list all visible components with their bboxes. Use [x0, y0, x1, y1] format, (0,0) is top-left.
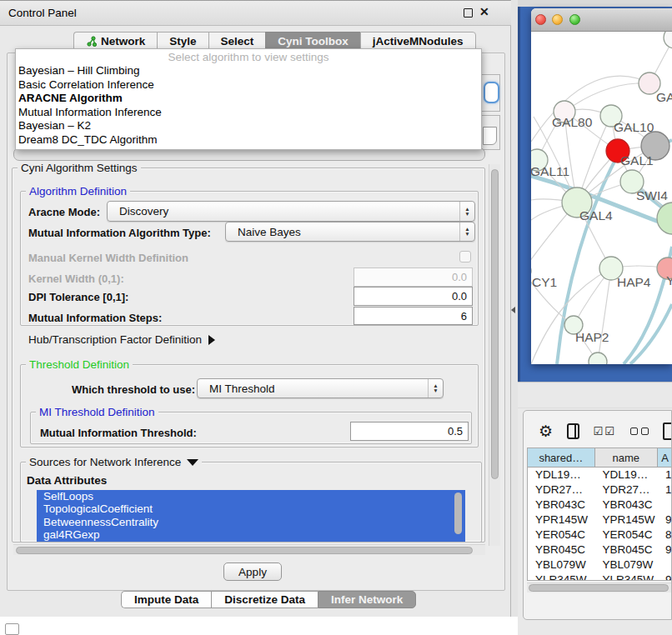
gear-icon[interactable]: ⚙	[539, 423, 553, 439]
node-attribute-table: shared…nameA YDL19…YDL19…13YDR27…YDR27…1…	[527, 448, 672, 581]
table-row[interactable]: YPR145WYPR145W9.	[528, 512, 672, 528]
unchecked-boxes-icon[interactable]	[630, 428, 649, 435]
aracne-mode-value: Discovery	[108, 205, 459, 218]
mi-algorithm-type-value: Naive Bayes	[226, 226, 459, 238]
column-header[interactable]: name	[595, 448, 659, 467]
network-node[interactable]	[589, 352, 607, 364]
hub-definition-toggle[interactable]: Hub/Transcription Factor Definition	[28, 333, 215, 346]
which-threshold-combo[interactable]: MI Threshold ▲▼	[197, 378, 444, 398]
table-cell: 9.	[658, 512, 672, 528]
vertical-scrollbar-thumb[interactable]	[491, 169, 499, 479]
algorithm-option[interactable]: Mutual Information Inference	[16, 106, 481, 120]
attribute-item[interactable]: BetweennessCentrality	[37, 516, 465, 528]
network-edge-thick[interactable]	[630, 304, 672, 364]
sources-group-title: Sources for Network Inference	[29, 456, 181, 468]
column-header[interactable]: A	[658, 448, 672, 467]
threshold-definition-title: Threshold Definition	[26, 358, 133, 371]
table-header-row: shared…nameA	[528, 448, 672, 468]
table-scrollbar-thumb[interactable]	[529, 584, 669, 592]
table-cell: YER054C	[528, 528, 595, 542]
table-cell: 8.	[658, 528, 672, 542]
window-minimize-icon[interactable]	[552, 14, 563, 25]
algorithm-option[interactable]: Bayesian – Hill Climbing	[16, 64, 481, 78]
tab-discretize-data[interactable]: Discretize Data	[211, 591, 318, 608]
expand-right-icon	[208, 335, 215, 345]
tab-impute-data[interactable]: Impute Data	[121, 591, 211, 608]
tab-network[interactable]: Network	[73, 32, 157, 50]
node-label: HAP4	[617, 275, 651, 289]
table-cell: YBR045C	[528, 542, 595, 558]
algorithm-option[interactable]: Basic Correlation Inference	[16, 78, 481, 92]
tab-cyni-toolbox[interactable]: Cyni Toolbox	[265, 32, 360, 50]
table-row[interactable]: YDR27…YDR27…12	[528, 482, 672, 498]
data-attributes-list[interactable]: SelfLoopsTopologicalCoefficientBetweenne…	[37, 490, 465, 542]
dpi-tolerance-field[interactable]: 0.0	[354, 287, 473, 306]
mi-algorithm-type-combo[interactable]: Naive Bayes ▲▼	[225, 222, 475, 242]
hidden-combo-fragment	[483, 127, 497, 145]
table-row[interactable]: YBL079WYBL079W	[528, 558, 672, 572]
control-panel-title: Control Panel	[8, 7, 77, 19]
algorithm-dropdown-popup: Select algorithm to view settings Bayesi…	[15, 48, 482, 150]
page-icon[interactable]	[663, 422, 672, 440]
table-cell: YBR045C	[595, 542, 659, 558]
node-label: GAL80	[552, 115, 593, 129]
panel-restore-icon[interactable]	[5, 623, 19, 635]
which-threshold-value: MI Threshold	[198, 382, 428, 395]
checked-boxes-icon[interactable]: ☑☑	[594, 425, 616, 438]
tab-style[interactable]: Style	[157, 32, 208, 50]
algorithm-popup-placeholder: Select algorithm to view settings	[16, 49, 481, 64]
window-zoom-icon[interactable]	[569, 14, 580, 25]
table-row[interactable]: YDL19…YDL19…13	[528, 468, 672, 482]
which-threshold-label: Which threshold to use:	[72, 383, 195, 396]
table-cell: YBR043C	[528, 498, 595, 512]
table-horizontal-scrollbar[interactable]	[527, 582, 672, 592]
kernel-width-field[interactable]: 0.0	[354, 268, 473, 287]
table-row[interactable]: YBR045CYBR045C9.	[528, 542, 672, 558]
mi-threshold-field[interactable]: 0.5	[350, 422, 469, 441]
attribute-item[interactable]: SelfLoops	[37, 490, 465, 502]
table-row[interactable]: YLR345WYLR345W9.	[528, 572, 672, 581]
table-cell: 9.	[658, 542, 672, 558]
hub-definition-label: Hub/Transcription Factor Definition	[28, 333, 202, 346]
float-window-icon[interactable]	[464, 8, 473, 18]
split-columns-icon[interactable]	[567, 423, 579, 439]
settings-horizontal-scrollbar[interactable]	[13, 544, 485, 555]
aracne-mode-combo[interactable]: Discovery ▲▼	[107, 201, 475, 222]
table-row[interactable]: YBR043CYBR043C	[528, 498, 672, 512]
window-close-icon[interactable]	[535, 14, 546, 25]
mi-steps-field[interactable]: 6	[354, 307, 473, 325]
apply-button[interactable]: Apply	[223, 562, 282, 581]
table-cell: YLR345W	[595, 572, 659, 581]
attribute-item[interactable]: gal4RGexp	[37, 528, 465, 541]
column-header[interactable]: shared…	[528, 448, 595, 467]
mi-algorithm-type-label: Mutual Information Algorithm Type:	[28, 227, 211, 239]
algorithm-option[interactable]: ARACNE Algorithm	[16, 92, 481, 106]
tab-select[interactable]: Select	[208, 32, 266, 50]
application-window: Control Panel ✕ Network Style Select Cyn…	[0, 0, 672, 635]
manual-kernel-width-checkbox[interactable]	[459, 251, 471, 262]
node-label: GAL10	[614, 120, 654, 134]
close-icon[interactable]: ✕	[479, 5, 489, 18]
network-node[interactable]	[664, 32, 672, 48]
table-toolbar: ⚙ ☑☑	[524, 418, 672, 444]
network-edge[interactable]	[598, 268, 611, 362]
algorithm-option[interactable]: Bayesian – K2	[16, 119, 481, 133]
network-canvas[interactable]: GALGAL80GAL10GAL1GAL11SWI4GAL4GCY1HAP4YH…	[531, 32, 672, 364]
algorithm-option[interactable]: Dream8 DC_TDC Algorithm	[16, 133, 481, 148]
sources-group-title-wrap[interactable]: Sources for Network Inference	[26, 456, 202, 468]
tab-jactivemnodules[interactable]: jActiveMNodules	[360, 32, 476, 50]
table-cell: YDL19…	[595, 468, 659, 482]
tab-style-label: Style	[169, 35, 196, 48]
table-cell: YDR27…	[528, 482, 595, 498]
table-cell: YDL19…	[528, 468, 595, 482]
horizontal-scrollbar-thumb[interactable]	[16, 547, 473, 554]
attributes-list-scrollbar[interactable]	[454, 492, 462, 534]
table-row[interactable]: YER054CYER054C8.	[528, 528, 672, 542]
mi-threshold-label: Mutual Information Threshold:	[40, 427, 197, 439]
table-cell: 12	[658, 482, 672, 498]
attribute-item[interactable]: TopologicalCoefficient	[37, 502, 465, 515]
settings-vertical-scrollbar[interactable]	[489, 164, 500, 546]
splitpane-collapse-icon[interactable]	[511, 307, 515, 313]
tab-infer-network[interactable]: Infer Network	[318, 591, 416, 608]
table-cell: 13	[658, 468, 672, 482]
